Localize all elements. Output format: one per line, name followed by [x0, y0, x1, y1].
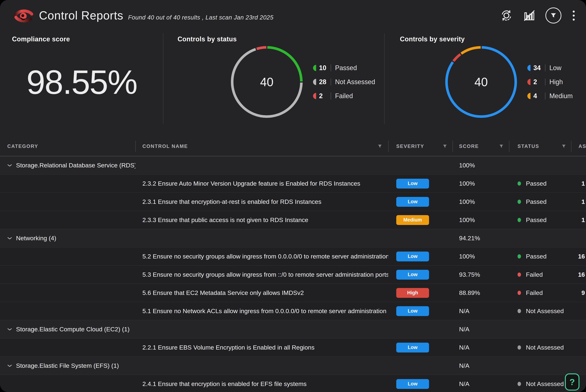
severity-cell: High — [388, 288, 453, 298]
status-dot-icon — [518, 200, 521, 204]
filter-icon[interactable] — [545, 8, 562, 24]
compliance-panel: Compliance score 98.55% — [0, 29, 163, 128]
status-dot-icon — [518, 309, 521, 313]
legend-count: 4 — [533, 92, 545, 100]
filter-funnel-icon[interactable] — [378, 144, 382, 148]
control-row[interactable]: 2.3.2 Ensure Auto Minor Version Upgrade … — [0, 174, 586, 193]
legend-count: 28 — [319, 78, 331, 86]
column-header-score[interactable]: SCORE — [453, 136, 509, 156]
severity-legend: 34Low2High4Medium — [527, 64, 573, 100]
status-label: Failed — [526, 289, 543, 296]
legend-item[interactable]: 2High — [527, 78, 573, 86]
control-row[interactable]: 5.2 Ensure no security groups allow ingr… — [0, 247, 586, 266]
column-header-assets[interactable]: ASSETS — [571, 136, 586, 156]
status-label: Failed — [526, 271, 543, 278]
category-group-row[interactable]: Storage.Relational Database Service (RDS… — [0, 156, 586, 174]
control-row[interactable]: 5.3 Ensure no security groups allow ingr… — [0, 266, 586, 284]
category-group-label: Networking (4) — [16, 234, 56, 242]
status-label: Passed — [526, 198, 547, 205]
status-donut[interactable]: 40 — [228, 43, 305, 120]
refresh-icon[interactable] — [500, 9, 513, 22]
group-score: 100% — [453, 162, 509, 169]
column-label: ASSETS — [579, 144, 586, 149]
filter-funnel-icon[interactable] — [562, 144, 566, 148]
status-cell: Not Assessed — [509, 308, 571, 314]
severity-badge: Low — [396, 197, 429, 207]
page-title: Control Reports — [39, 9, 123, 22]
compliance-value: 98.55% — [12, 63, 151, 102]
status-dot-icon — [518, 182, 521, 186]
status-dot-icon — [518, 382, 521, 386]
severity-badge: Low — [396, 252, 429, 262]
legend-item[interactable]: 2Failed — [313, 92, 375, 100]
column-header-severity[interactable]: SEVERITY — [388, 136, 453, 156]
control-row[interactable]: 2.4.1 Ensure that encryption is enabled … — [0, 375, 586, 392]
score-value: N/A — [453, 380, 509, 388]
status-cell: Not Assessed — [509, 380, 571, 388]
chevron-down-icon[interactable] — [7, 237, 12, 240]
title-wrap: Control Reports Found 40 out of 40 resul… — [39, 9, 274, 22]
chart-toggle-icon[interactable] — [523, 10, 535, 22]
status-total: 40 — [228, 43, 305, 120]
column-header-status[interactable]: STATUS — [509, 136, 571, 156]
control-row[interactable]: 5.6 Ensure that EC2 Metadata Service onl… — [0, 284, 586, 302]
legend-marker-icon — [527, 93, 531, 99]
status-label: Passed — [526, 216, 547, 224]
severity-cell: Low — [388, 179, 453, 188]
status-cell: Passed — [509, 180, 571, 187]
legend-divider — [545, 78, 545, 86]
legend-divider — [331, 64, 331, 72]
filter-funnel-icon[interactable] — [499, 144, 504, 148]
legend-label: High — [550, 78, 563, 86]
status-dot-icon — [518, 218, 521, 222]
assets-count: 16 — [571, 253, 586, 260]
help-button[interactable]: ? — [565, 374, 580, 390]
assets-count: 1 — [571, 198, 586, 205]
severity-total: 40 — [443, 43, 520, 120]
control-name: 2.3.1 Ensure that encryption-at-rest is … — [135, 198, 388, 205]
legend-item[interactable]: 10Passed — [313, 64, 375, 72]
severity-donut[interactable]: 40 — [443, 43, 520, 120]
assets-count: 9 — [571, 289, 586, 296]
column-header-control-name[interactable]: CONTROL NAME — [135, 136, 388, 156]
legend-label: Low — [550, 64, 562, 72]
severity-badge: High — [396, 288, 429, 298]
status-label: Not Assessed — [526, 308, 564, 314]
status-label: Passed — [526, 253, 547, 260]
column-header-category[interactable]: CATEGORY — [0, 136, 135, 156]
category-group-row[interactable]: Networking (4) 94.21% — [0, 229, 586, 247]
group-score: N/A — [453, 326, 509, 333]
score-value: N/A — [453, 308, 509, 314]
category-cell: Storage.Elastic Compute Cloud (EC2) (1) — [0, 326, 135, 333]
status-dot-icon — [518, 345, 521, 350]
control-row[interactable]: 2.3.1 Ensure that encryption-at-rest is … — [0, 193, 586, 211]
category-group-label: Storage.Elastic File System (EFS) (1) — [16, 362, 119, 369]
legend-label: Not Assessed — [335, 78, 375, 86]
severity-cell: Low — [388, 306, 453, 316]
overflow-menu-icon[interactable] — [572, 10, 576, 22]
category-group-row[interactable]: Storage.Elastic Compute Cloud (EC2) (1) … — [0, 320, 586, 338]
group-score: N/A — [453, 362, 509, 369]
severity-cell: Low — [388, 343, 453, 352]
status-label: Not Assessed — [526, 380, 564, 388]
control-row[interactable]: 2.2.1 Ensure EBS Volume Encryption is En… — [0, 338, 586, 357]
control-name: 5.3 Ensure no security groups allow ingr… — [135, 271, 388, 278]
severity-badge: Low — [396, 270, 429, 280]
control-name: 2.3.3 Ensure that public access is not g… — [135, 216, 388, 224]
severity-panel: Controls by severity 40 34Low2High4Mediu… — [385, 29, 586, 128]
score-value: 100% — [453, 198, 509, 205]
chevron-down-icon[interactable] — [7, 364, 12, 367]
legend-item[interactable]: 4Medium — [527, 92, 573, 100]
legend-marker-icon — [313, 93, 316, 99]
legend-item[interactable]: 28Not Assessed — [313, 78, 375, 86]
category-group-row[interactable]: Storage.Elastic File System (EFS) (1) N/… — [0, 357, 586, 375]
control-row[interactable]: 2.3.3 Ensure that public access is not g… — [0, 211, 586, 229]
chevron-down-icon[interactable] — [7, 164, 12, 167]
control-reports-app: Control Reports Found 40 out of 40 resul… — [0, 0, 586, 392]
column-label: SCORE — [459, 144, 479, 149]
chevron-down-icon[interactable] — [7, 328, 12, 331]
control-name: 5.1 Ensure no Network ACLs allow ingress… — [135, 308, 388, 314]
control-row[interactable]: 5.1 Ensure no Network ACLs allow ingress… — [0, 302, 586, 320]
filter-funnel-icon[interactable] — [443, 144, 447, 148]
legend-item[interactable]: 34Low — [527, 64, 573, 72]
